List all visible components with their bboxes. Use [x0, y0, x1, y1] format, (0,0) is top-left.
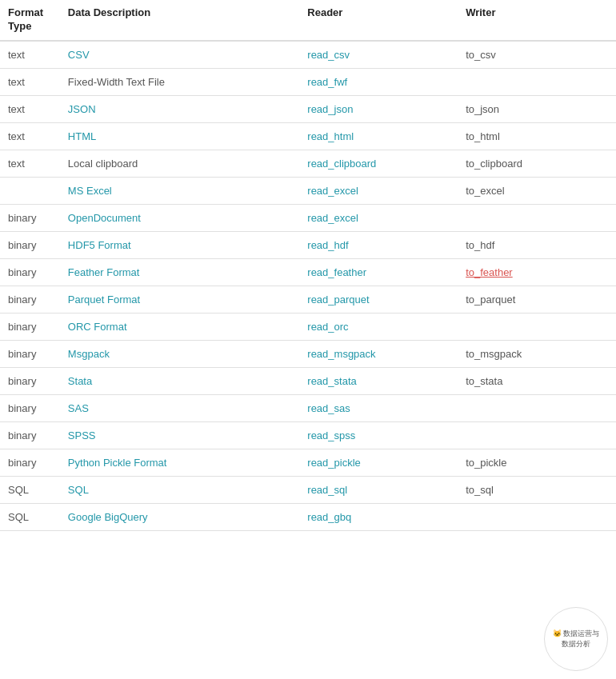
cell-reader[interactable]: read_orc [299, 313, 458, 340]
desc-link[interactable]: SPSS [68, 429, 96, 441]
desc-link[interactable]: HTML [68, 130, 96, 142]
cell-reader[interactable]: read_msgpack [299, 340, 458, 367]
reader-link[interactable]: read_csv [307, 49, 350, 61]
cell-data-description[interactable]: OpenDocument [60, 204, 299, 231]
desc-link[interactable]: MS Excel [68, 185, 112, 197]
col-header-data-description: Data Description [60, 0, 299, 41]
reader-link[interactable]: read_pickle [307, 457, 361, 469]
cell-data-description[interactable]: CSV [60, 41, 299, 69]
cell-writer [458, 421, 616, 449]
reader-link[interactable]: read_excel [307, 185, 358, 197]
desc-link[interactable]: Feather Format [68, 266, 140, 278]
desc-link[interactable]: OpenDocument [68, 212, 141, 224]
table-row: binarySASread_sas [0, 394, 616, 421]
table-row: MS Excelread_excelto_excel [0, 177, 616, 204]
cell-writer: to_stata [458, 367, 616, 394]
cell-format-type: text [0, 68, 60, 95]
reader-link[interactable]: read_stata [307, 375, 356, 387]
reader-link[interactable]: read_msgpack [307, 348, 375, 360]
desc-link[interactable]: CSV [68, 49, 90, 61]
cell-reader[interactable]: read_fwf [299, 68, 458, 95]
reader-link[interactable]: read_fwf [307, 76, 347, 88]
reader-link[interactable]: read_feather [307, 266, 366, 278]
desc-link[interactable]: Msgpack [68, 348, 110, 360]
cell-writer [458, 503, 616, 530]
cell-writer: to_json [458, 95, 616, 122]
table-row: textCSVread_csvto_csv [0, 41, 616, 69]
cell-data-description[interactable]: Parquet Format [60, 286, 299, 313]
desc-link[interactable]: Python Pickle Format [68, 457, 167, 469]
table-row: binaryParquet Formatread_parquetto_parqu… [0, 286, 616, 313]
cell-writer: to_hdf [458, 231, 616, 258]
cell-data-description[interactable]: Google BigQuery [60, 503, 299, 530]
desc-link[interactable]: JSON [68, 103, 96, 115]
cell-format-type: binary [0, 204, 60, 231]
cell-reader[interactable]: read_csv [299, 41, 458, 69]
desc-link[interactable]: SQL [68, 484, 89, 496]
desc-link[interactable]: Parquet Format [68, 294, 140, 306]
cell-reader[interactable]: read_excel [299, 204, 458, 231]
cell-reader[interactable]: read_feather [299, 258, 458, 286]
cell-writer: to_parquet [458, 286, 616, 313]
cell-format-type: text [0, 95, 60, 122]
reader-link[interactable]: read_excel [307, 212, 358, 224]
reader-link[interactable]: read_json [307, 103, 353, 115]
reader-link[interactable]: read_clipboard [307, 158, 376, 170]
desc-link[interactable]: ORC Format [68, 321, 127, 333]
cell-data-description[interactable]: SPSS [60, 421, 299, 449]
table-row: SQLSQLread_sqlto_sql [0, 476, 616, 503]
desc-link[interactable]: HDF5 Format [68, 239, 131, 251]
cell-data-description[interactable]: Stata [60, 367, 299, 394]
cell-data-description[interactable]: HTML [60, 122, 299, 150]
table-row: binaryMsgpackread_msgpackto_msgpack [0, 340, 616, 367]
desc-link[interactable]: Stata [68, 375, 92, 387]
cell-reader[interactable]: read_clipboard [299, 150, 458, 177]
cell-reader[interactable]: read_parquet [299, 286, 458, 313]
cell-reader[interactable]: read_json [299, 95, 458, 122]
cell-data-description[interactable]: SQL [60, 476, 299, 503]
table-row: SQLGoogle BigQueryread_gbq [0, 503, 616, 530]
reader-link[interactable]: read_gbq [307, 511, 351, 523]
cell-data-description[interactable]: SAS [60, 394, 299, 421]
cell-reader[interactable]: read_html [299, 122, 458, 150]
cell-format-type: binary [0, 394, 60, 421]
writer-special-link[interactable]: to_feather [466, 266, 513, 278]
cell-writer: to_sql [458, 476, 616, 503]
reader-link[interactable]: read_hdf [307, 239, 348, 251]
reader-link[interactable]: read_orc [307, 321, 348, 333]
cell-data-description[interactable]: Feather Format [60, 258, 299, 286]
reader-link[interactable]: read_sql [307, 484, 347, 496]
cell-data-description[interactable]: ORC Format [60, 313, 299, 340]
cell-format-type: binary [0, 258, 60, 286]
reader-link[interactable]: read_sas [307, 402, 350, 414]
cell-data-description[interactable]: Python Pickle Format [60, 449, 299, 476]
table-row: binarySPSSread_spss [0, 421, 616, 449]
cell-reader[interactable]: read_spss [299, 421, 458, 449]
cell-reader[interactable]: read_gbq [299, 503, 458, 530]
cell-format-type: binary [0, 421, 60, 449]
reader-link[interactable]: read_spss [307, 429, 355, 441]
table-row: binaryFeather Formatread_featherto_feath… [0, 258, 616, 286]
table-row: binaryStataread_statato_stata [0, 367, 616, 394]
cell-reader[interactable]: read_stata [299, 367, 458, 394]
cell-reader[interactable]: read_excel [299, 177, 458, 204]
desc-link[interactable]: SAS [68, 402, 89, 414]
cell-writer: to_clipboard [458, 150, 616, 177]
cell-data-description[interactable]: JSON [60, 95, 299, 122]
desc-link[interactable]: Google BigQuery [68, 511, 148, 523]
col-header-writer: Writer [458, 0, 616, 41]
cell-format-type: binary [0, 449, 60, 476]
cell-data-description[interactable]: HDF5 Format [60, 231, 299, 258]
cell-reader[interactable]: read_sas [299, 394, 458, 421]
cell-format-type: binary [0, 286, 60, 313]
table-row: binaryHDF5 Formatread_hdfto_hdf [0, 231, 616, 258]
reader-link[interactable]: read_html [307, 130, 354, 142]
cell-format-type: binary [0, 340, 60, 367]
cell-data-description[interactable]: Msgpack [60, 340, 299, 367]
cell-reader[interactable]: read_hdf [299, 231, 458, 258]
cell-reader[interactable]: read_sql [299, 476, 458, 503]
table-row: textFixed-Width Text Fileread_fwf [0, 68, 616, 95]
cell-reader[interactable]: read_pickle [299, 449, 458, 476]
cell-data-description[interactable]: MS Excel [60, 177, 299, 204]
reader-link[interactable]: read_parquet [307, 294, 369, 306]
